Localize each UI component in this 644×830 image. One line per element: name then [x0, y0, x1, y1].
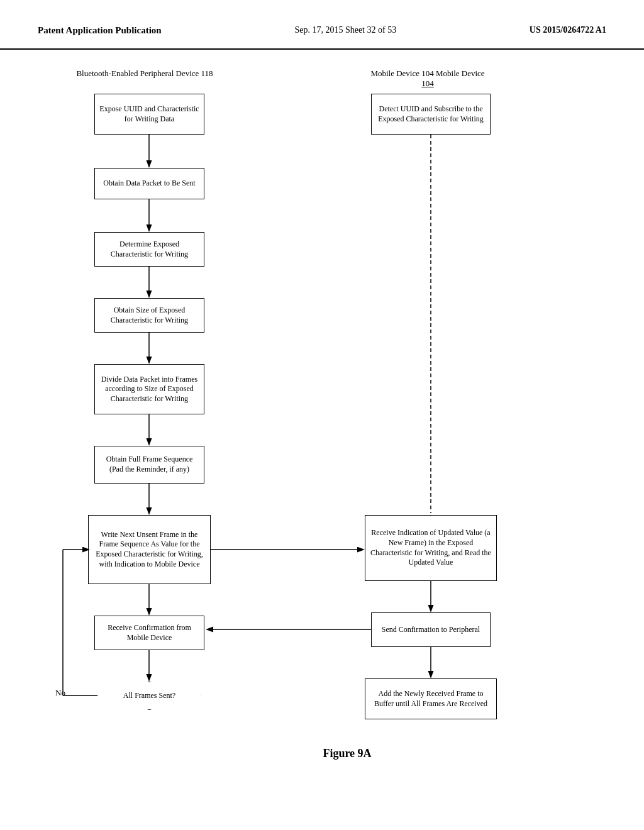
write-next-box: Write Next Unsent Frame in the Frame Seq…	[88, 515, 211, 584]
obtain-data-box: Obtain Data Packet to Be Sent	[94, 168, 204, 199]
determine-exposed-box: Determine Exposed Characteristic for Wri…	[94, 232, 204, 267]
left-col-label: Bluetooth-Enabled Peripheral Device 118	[75, 69, 214, 79]
receive-indication-box: Receive Indication of Updated Value (a N…	[365, 515, 497, 581]
expose-uuid-box: Expose UUID and Characteristic for Writi…	[94, 94, 204, 135]
divide-data-box: Divide Data Packet into Frames according…	[94, 364, 204, 414]
diagram-area: Bluetooth-Enabled Peripheral Device 118 …	[0, 56, 644, 779]
header-left: Patent Application Publication	[38, 25, 162, 36]
no-label: No	[55, 688, 65, 698]
diagram-svg	[0, 56, 644, 779]
page-header: Patent Application Publication Sep. 17, …	[0, 0, 644, 50]
right-col-label: Mobile Device 104 Mobile Device 104	[365, 69, 491, 89]
send-confirmation-box: Send Confirmation to Peripheral	[371, 612, 491, 647]
obtain-size-box: Obtain Size of Exposed Characteristic fo…	[94, 298, 204, 333]
figure-caption: Figure 9A	[25, 747, 644, 760]
receive-confirmation-box: Receive Confirmation from Mobile Device	[94, 616, 204, 650]
header-center: Sep. 17, 2015 Sheet 32 of 53	[294, 25, 396, 35]
add-frame-box: Add the Newly Received Frame to Buffer u…	[365, 678, 497, 719]
header-right: US 2015/0264722 A1	[530, 25, 606, 35]
obtain-full-box: Obtain Full Frame Sequence (Pad the Remi…	[94, 446, 204, 484]
all-frames-sent-diamond: All Frames Sent?	[97, 682, 201, 710]
detect-uuid-box: Detect UUID and Subscribe to the Exposed…	[371, 94, 491, 135]
